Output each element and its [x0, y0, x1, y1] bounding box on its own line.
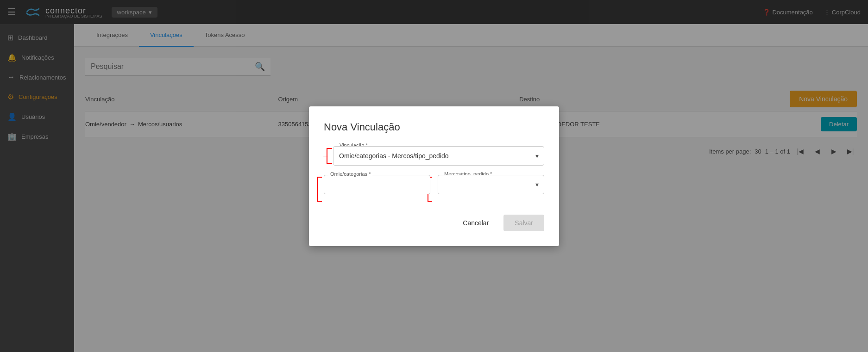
annotation-bracket: [327, 148, 332, 164]
destino-field-group: Mercos/tipo_pedido * ▾: [438, 175, 544, 194]
modal-overlay: Nova Vinculação → Vinculação * Omie/cate…: [0, 0, 868, 352]
vinculacao-select[interactable]: Omie/categorias - Mercos/tipo_pedido: [333, 146, 544, 166]
cancel-button[interactable]: Cancelar: [455, 216, 496, 230]
save-button[interactable]: Salvar: [503, 215, 544, 231]
origem-destino-row: Omie/categorias * Mercos/tipo_pedido * ▾: [324, 175, 544, 204]
origem-field-group: Omie/categorias *: [324, 175, 430, 194]
vinculacao-field-group: → Vinculação * Omie/categorias - Mercos/…: [333, 146, 544, 166]
destino-select[interactable]: [438, 175, 544, 194]
annotation-bracket-left: [317, 177, 322, 202]
modal-title: Nova Vinculação: [324, 121, 544, 133]
modal-actions: Cancelar Salvar: [324, 215, 544, 231]
origem-input[interactable]: [324, 175, 430, 194]
origem-label: Omie/categorias *: [328, 171, 372, 177]
destino-select-wrapper: ▾: [438, 175, 544, 194]
nova-vinculacao-modal: Nova Vinculação → Vinculação * Omie/cate…: [309, 106, 559, 246]
vinculacao-select-wrapper: Omie/categorias - Mercos/tipo_pedido ▾: [333, 146, 544, 166]
